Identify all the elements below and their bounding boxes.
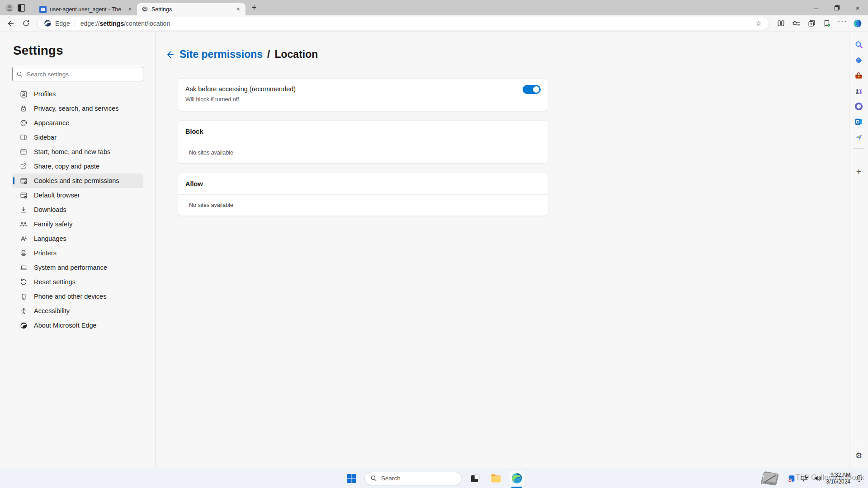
ask-before-accessing-toggle[interactable] [523,85,541,94]
notification-bell-icon[interactable]: z [854,474,863,483]
reset-icon [19,278,28,286]
rail-settings-gear-icon[interactable]: ⚙ [852,448,866,463]
taskbar-search-input[interactable] [381,475,461,482]
sidebar-drop-icon[interactable] [852,129,866,145]
sidebar-item-family-safety[interactable]: Family safety [12,217,143,231]
profiles-icon [19,90,28,98]
sidebar-shopping-icon[interactable] [852,52,866,68]
settings-search-box[interactable] [12,67,143,81]
window-controls: – × [806,0,868,15]
tray-app-icon[interactable] [787,474,796,483]
sidebar-item-cookies-site-permissions[interactable]: Cookies and site permissions [12,174,143,188]
profile-avatar-icon[interactable] [4,2,15,14]
sidebar-outlook-icon[interactable] [852,114,866,129]
sidebar-item-printers[interactable]: Printers [12,246,143,260]
system-tray: 9:32 AM 3/16/2024 z The Collection Book [759,468,868,488]
settings-favicon-icon [142,6,148,13]
block-empty-text: No sites available [178,142,548,163]
sidebar-item-languages[interactable]: Languages [12,231,143,246]
sidebar-item-accessibility[interactable]: Accessibility [12,304,143,318]
tab-close-icon[interactable]: × [235,6,242,13]
titlebar-divider [31,4,31,12]
windows-taskbar: 9:32 AM 3/16/2024 z The Collection Book [0,468,868,488]
address-divider [75,20,75,27]
tab-settings[interactable]: Settings × [137,3,245,15]
sidebar-item-appearance[interactable]: Appearance [12,116,143,130]
close-button[interactable]: × [847,0,868,15]
rail-divider [854,148,864,149]
tab-bar: user-agent.user_agent - The Coll × Setti… [0,0,868,15]
block-card: Block No sites available [178,120,548,164]
desktop-screen: user-agent.user_agent - The Coll × Setti… [0,0,868,488]
settings-sidebar: Settings Profiles Privacy, search, and s… [0,32,156,468]
site-permissions-icon [19,177,28,185]
network-icon[interactable] [800,474,809,483]
sidebar-item-downloads[interactable]: Downloads [12,202,143,217]
default-browser-icon [19,191,28,199]
sidebar-microsoft365-icon[interactable] [852,99,866,114]
restore-button[interactable] [826,0,847,15]
back-icon[interactable] [3,17,18,30]
browser-toolbar: Edge edge://settings/content/location ☆ … [0,15,868,32]
sidebar-search-icon[interactable] [852,37,866,52]
taskbar-clock[interactable]: 9:32 AM 3/16/2024 [826,472,850,485]
rail-customize-plus-icon[interactable]: + [852,164,866,179]
accessibility-icon [19,307,28,315]
watermark-book-icon [759,469,782,488]
start-layout-icon [19,148,28,156]
sidebar-item-about-edge[interactable]: About Microsoft Edge [12,318,143,333]
tab-collection[interactable]: user-agent.user_agent - The Coll × [35,3,137,15]
favorites-icon[interactable] [788,17,804,30]
file-explorer-icon[interactable] [488,471,504,486]
breadcrumb-site-permissions-link[interactable]: Site permissions [179,48,263,61]
sidebar-item-system-performance[interactable]: System and performance [12,260,143,275]
task-view-icon[interactable] [467,471,483,486]
breadcrumb-back-icon[interactable] [165,50,175,60]
family-icon [19,220,28,228]
address-bar[interactable]: Edge edge://settings/content/location ☆ [37,17,769,30]
taskbar-search-box[interactable] [364,472,462,485]
volume-icon[interactable] [813,474,822,483]
collections-icon[interactable] [804,17,819,30]
start-button-icon[interactable] [344,471,359,486]
will-block-note: Will block if turned off [185,96,541,103]
lock-icon [19,104,28,113]
sidebar-item-default-browser[interactable]: Default browser [12,188,143,202]
sidebar-item-profiles[interactable]: Profiles [12,87,143,101]
block-section-title: Block [178,121,548,142]
share-icon [19,162,28,170]
toggle-knob [533,86,539,93]
palette-icon [19,119,28,127]
search-settings-input[interactable] [27,71,139,78]
split-screen-icon[interactable] [773,17,788,30]
sidebar-tools-icon[interactable] [852,68,866,83]
sidebar-item-start-home-tabs[interactable]: Start, home, and new tabs [12,145,143,159]
new-tab-button[interactable]: + [248,2,260,14]
favorite-star-icon[interactable]: ☆ [753,19,764,28]
sidebar-item-reset-settings[interactable]: Reset settings [12,275,143,289]
settings-more-icon[interactable]: ··· [835,17,850,30]
copilot-icon[interactable] [850,17,865,30]
sidebar-item-phone-devices[interactable]: Phone and other devices [12,289,143,304]
sidebar-item-share-copy-paste[interactable]: Share, copy and paste [12,159,143,174]
sidebar-games-icon[interactable] [852,83,866,99]
minimize-button[interactable]: – [806,0,826,15]
ask-before-accessing-card: Ask before accessing (recommended) Will … [178,78,548,111]
refresh-icon[interactable] [18,17,33,30]
tab-actions-icon[interactable] [15,2,27,14]
sidebar-item-sidebar[interactable]: Sidebar [12,130,143,145]
browser-content: Settings Profiles Privacy, search, and s… [0,32,868,468]
tab-title: Settings [151,6,231,13]
sidebar-item-privacy[interactable]: Privacy, search, and services [12,101,143,116]
browser-essentials-icon[interactable] [819,17,835,30]
taskbar-search-icon [370,475,377,482]
allow-empty-text: No sites available [178,195,548,216]
edge-taskbar-icon[interactable] [509,471,524,486]
languages-icon [19,235,28,243]
collection-favicon-icon [39,6,47,13]
printer-icon [19,249,28,257]
tab-close-icon[interactable]: × [126,6,133,13]
edge-badge-icon [44,19,52,27]
clock-time: 9:32 AM [826,472,850,479]
settings-main-panel: Site permissions / Location Ask before a… [156,32,849,468]
